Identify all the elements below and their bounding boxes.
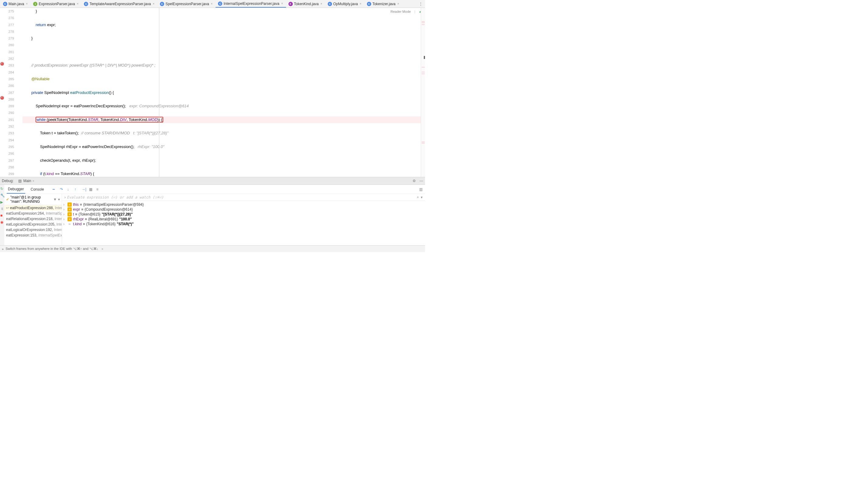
stack-frame[interactable]: eatRelationalExpression:218, InternalSpe… [4,216,62,221]
console-tab[interactable]: Console [30,185,45,193]
more-icon[interactable]: ⋮ [417,2,424,6]
evaluate-bar[interactable]: › Evaluate expression (⏎) or add a watch… [62,194,425,201]
breakpoint-icon[interactable] [0,62,4,66]
run-config-icon: ▤ [18,179,22,183]
file-type-icon: C [84,2,88,6]
file-type-icon: C [367,2,371,6]
close-icon[interactable]: × [152,2,155,5]
editor-tab[interactable]: CTemplateAwareExpressionParser.java× [82,0,158,7]
line-number: 278 [5,28,14,35]
gear-icon[interactable]: ⚙ [413,179,416,183]
variable-row[interactable]: ›∞t.kind = {TokenKind@616} "STAR(*)" [63,221,424,227]
close-icon[interactable]: × [33,179,34,183]
debugger-tab[interactable]: Debugger [7,185,25,194]
close-icon[interactable]: × [210,2,213,5]
file-type-icon: C [160,2,164,6]
modify-run-config-icon[interactable]: 🔧 [0,193,4,197]
editor-tab[interactable]: CInternalSpelExpressionParser.java× [216,0,286,7]
line-number: 281 [5,49,14,55]
add-watch-icon[interactable]: + [417,195,419,199]
editor-tab[interactable]: CSpelExpressionParser.java× [158,0,216,7]
chevron-down-icon[interactable]: ▾ [421,195,422,199]
close-icon[interactable]: × [320,2,323,5]
code-editor[interactable]: } return expr; } // productExpression: p… [22,8,421,177]
step-out-icon[interactable]: ↑ [74,187,79,192]
line-number: 297 [5,157,14,164]
thread-selector[interactable]: ✔ "main"@1 in group "main": RUNNING ▼ ▾ [4,194,62,205]
stack-frame[interactable]: eatExpression:153, InternalSpelExpressio… [4,233,62,238]
line-number: 275 [5,8,14,15]
line-number: 279 [5,35,14,42]
line-number: 286 [5,83,14,89]
run-to-cursor-icon[interactable]: →| [82,187,86,192]
reader-mode-label[interactable]: Reader Mode [390,10,411,13]
variable-row[interactable]: ›≡rhExpr = {RealLiteral@691} "100.0" [63,217,424,221]
variable-row[interactable]: ›≡this = {InternalSpelExpressionParser@5… [63,202,424,207]
close-icon[interactable]: × [25,2,28,5]
tab-label: Tokenizer.java [373,2,396,6]
chevron-right-icon[interactable]: › [63,222,66,226]
chevron-down-icon[interactable]: ▾ [58,197,60,201]
editor-scrollbar-markers[interactable] [421,8,425,177]
stop-icon[interactable]: ■ [0,213,4,217]
editor-tab[interactable]: CMain.java× [1,0,31,7]
editor-tab[interactable]: IExpressionParser.java× [31,0,82,7]
tab-label: Main.java [8,2,24,6]
close-icon[interactable]: × [76,2,79,5]
stack-frame[interactable]: eatSumExpression:264, InternalSpelExpres… [4,211,62,216]
close-icon[interactable]: × [359,2,362,5]
tab-label: TokenKind.java [294,2,319,6]
threads-icon[interactable]: ━ [53,187,57,192]
rerun-icon[interactable]: ↻ [0,187,4,190]
frame-list[interactable]: ↩eatProductExpression:288, InternalSpelE… [4,205,62,245]
line-number: 291 [5,116,14,123]
chevron-right-icon[interactable]: › [63,217,66,221]
line-number: 290 [5,109,14,116]
fold-gutter[interactable] [16,8,22,177]
debug-toolbar: Debugger Console ━ ↷ ↓ ↑ →| ▦ ≡ ▥ [4,185,425,194]
trace-icon[interactable]: ≡ [96,187,101,192]
tab-label: ExpressionParser.java [39,2,75,6]
line-number-gutter: 2752762772782792802812822832842852862872… [5,8,16,177]
line-number: 289 [5,103,14,109]
breakpoint-icon[interactable] [0,96,4,100]
pause-icon[interactable]: ⏸ [0,207,4,210]
filter-icon[interactable]: ▼ [53,197,57,201]
debug-side-toolbar: ↻ 🔧 ▶ ⏸ ■ ◉ [0,185,4,245]
close-icon[interactable]: × [281,2,284,5]
layout-icon[interactable]: ▥ [419,187,422,192]
close-icon[interactable]: × [397,2,400,5]
line-number: 299 [5,170,14,177]
editor-tab[interactable]: CTokenizer.java× [364,0,402,7]
stack-frame[interactable]: eatLogicalOrExpression:192, InternalSpel… [4,227,62,233]
variable-row[interactable]: ›≡t = {Token@615} "[STAR(*)](27,28)" [63,212,424,217]
editor-tab[interactable]: ETokenKind.java× [286,0,325,7]
chevron-right-icon[interactable]: › [63,207,66,212]
status-message: Switch frames from anywhere in the IDE w… [5,247,98,251]
tab-label: SpelExpressionParser.java [165,2,209,6]
tab-label: TemplateAwareExpressionParser.java [89,2,151,6]
step-into-icon[interactable]: ↓ [67,187,71,192]
minimize-icon[interactable]: — [419,179,423,183]
stack-frame[interactable]: eatLogicalAndExpression:205, InternalSpe… [4,221,62,227]
resume-icon[interactable]: ▶ [0,200,4,204]
stack-frame[interactable]: ↩eatProductExpression:288, InternalSpelE… [4,205,62,211]
evaluate-input[interactable]: Evaluate expression (⏎) or add a watch (… [67,195,415,199]
close-icon[interactable]: × [102,247,103,251]
editor-tab[interactable]: COpMultiply.java× [325,0,364,7]
line-number: 284 [5,69,14,76]
frames-panel: ✔ "main"@1 in group "main": RUNNING ▼ ▾ … [4,194,62,245]
debug-run-config-tab[interactable]: ▤ Main × [18,179,34,183]
step-over-icon[interactable]: ↷ [60,187,64,192]
chevron-right-icon[interactable]: › [63,202,66,207]
line-number: 298 [5,164,14,170]
variables-tree[interactable]: ›≡this = {InternalSpelExpressionParser@5… [62,201,425,245]
expand-icon[interactable]: » [2,247,4,251]
evaluate-icon[interactable]: ▦ [89,187,93,192]
debug-main: Debugger Console ━ ↷ ↓ ↑ →| ▦ ≡ ▥ ✔ "mai… [4,185,425,245]
chevron-right-icon[interactable]: › [63,212,66,216]
variable-row[interactable]: ›≡expr = {CompoundExpression@614} [63,207,424,212]
line-number: 280 [5,42,14,48]
breakpoint-gutter[interactable] [0,8,5,177]
view-breakpoints-icon[interactable]: ◉ [0,220,4,224]
